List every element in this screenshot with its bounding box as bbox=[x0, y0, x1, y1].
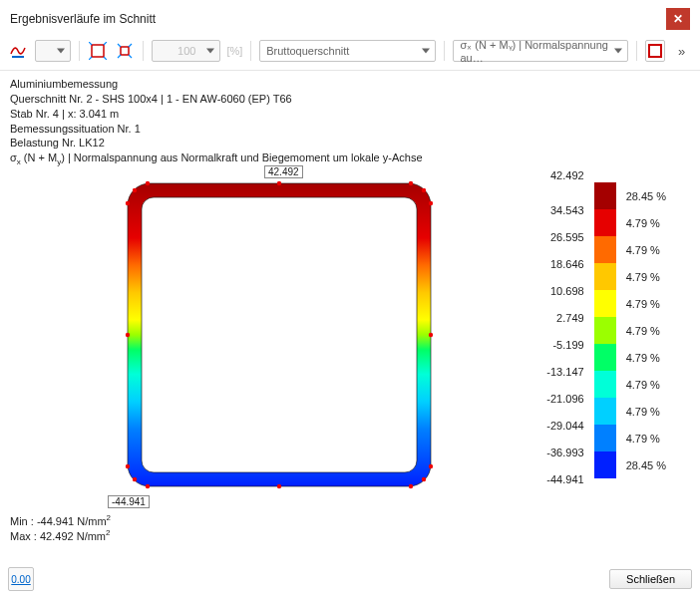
legend-value: -5.199 bbox=[546, 331, 583, 358]
info-line-2: Querschnitt Nr. 2 - SHS 100x4 | 1 - EN A… bbox=[10, 92, 690, 107]
legend-swatch bbox=[594, 290, 616, 317]
svg-point-9 bbox=[133, 188, 137, 192]
legend-percentage: 4.79 % bbox=[626, 317, 666, 344]
legend-percentage: 4.79 % bbox=[626, 236, 666, 263]
view-extents-icon[interactable] bbox=[88, 40, 109, 62]
legend-swatch bbox=[594, 398, 616, 425]
svg-point-10 bbox=[277, 181, 281, 185]
svg-rect-6 bbox=[128, 183, 431, 486]
legend-percentage: 28.45 % bbox=[626, 451, 666, 478]
section-bounds-icon[interactable] bbox=[645, 40, 666, 62]
svg-point-24 bbox=[409, 484, 413, 488]
legend-swatch bbox=[594, 451, 616, 478]
smooth-mode-dropdown[interactable] bbox=[35, 40, 71, 62]
svg-point-12 bbox=[146, 181, 150, 185]
legend-percentage: 4.79 % bbox=[626, 209, 666, 236]
legend-percentage: 4.79 % bbox=[626, 344, 666, 371]
close-icon[interactable]: ✕ bbox=[666, 8, 690, 30]
close-button[interactable]: Schließen bbox=[609, 569, 692, 589]
cross-section-select[interactable]: Bruttoquerschnitt bbox=[259, 40, 436, 62]
info-line-3: Stab Nr. 4 | x: 3.041 m bbox=[10, 107, 690, 122]
svg-point-21 bbox=[277, 484, 281, 488]
info-line-5: Belastung Nr. LK12 bbox=[10, 136, 690, 150]
legend-value: -36.993 bbox=[546, 439, 583, 465]
legend-swatch bbox=[594, 317, 616, 344]
zoom-select[interactable]: 100 bbox=[152, 40, 220, 62]
smooth-results-icon[interactable] bbox=[8, 40, 29, 62]
window-title: Ergebnisverläufe im Schnitt bbox=[10, 12, 666, 26]
svg-point-19 bbox=[429, 464, 433, 468]
info-line-6: σx (N + My) | Normalspannung aus Normalk… bbox=[10, 150, 690, 165]
svg-rect-1 bbox=[92, 45, 104, 57]
legend-value: 26.595 bbox=[546, 223, 583, 250]
legend-swatch bbox=[594, 236, 616, 263]
legend-value: 34.543 bbox=[546, 196, 583, 223]
max-value-label: 42.492 bbox=[264, 165, 303, 178]
stress-type-select[interactable]: σₓ (N + Mᵧ) | Normalspannung au… bbox=[453, 40, 627, 62]
legend-percentage: 4.79 % bbox=[626, 290, 666, 317]
svg-point-22 bbox=[422, 477, 426, 481]
legend-value: 18.646 bbox=[546, 250, 583, 277]
legend-percentage: 4.79 % bbox=[626, 398, 666, 425]
legend-percentage: 4.79 % bbox=[626, 371, 666, 398]
svg-point-14 bbox=[126, 201, 130, 205]
legend-percentage: 4.79 % bbox=[626, 263, 666, 290]
cross-section-value: Bruttoquerschnitt bbox=[266, 45, 349, 57]
legend-value: -44.941 bbox=[546, 465, 583, 492]
legend-value: -21.096 bbox=[546, 385, 583, 412]
cross-section-plot: 42.492 -44.941 bbox=[120, 175, 439, 494]
stress-type-value: σₓ (N + Mᵧ) | Normalspannung au… bbox=[460, 39, 608, 64]
legend-swatch bbox=[594, 209, 616, 236]
svg-rect-2 bbox=[121, 47, 129, 55]
legend-value: -13.147 bbox=[546, 358, 583, 385]
view-zoom-icon[interactable] bbox=[114, 40, 135, 62]
svg-point-15 bbox=[429, 201, 433, 205]
legend-percentage: 4.79 % bbox=[626, 425, 666, 451]
svg-point-20 bbox=[133, 477, 137, 481]
legend-swatch bbox=[594, 182, 616, 209]
legend-swatch bbox=[594, 425, 616, 451]
minmax-block: Min : -44.941 N/mm2 Max : 42.492 N/mm2 bbox=[10, 514, 111, 544]
info-line-1: Aluminiumbemessung bbox=[10, 77, 690, 92]
legend-value: 42.492 bbox=[546, 169, 583, 196]
legend-value: 10.698 bbox=[546, 277, 583, 304]
toolbar: 100 [%] Bruttoquerschnitt σₓ (N + Mᵧ) | … bbox=[0, 36, 700, 71]
zoom-unit-label: [%] bbox=[226, 45, 242, 57]
svg-rect-0 bbox=[12, 56, 24, 58]
min-value-label: -44.941 bbox=[108, 495, 150, 508]
more-tools-icon[interactable]: » bbox=[671, 40, 692, 62]
svg-point-13 bbox=[409, 181, 413, 185]
zoom-value: 100 bbox=[177, 45, 195, 57]
legend-swatch bbox=[594, 344, 616, 371]
legend-value: -29.044 bbox=[546, 412, 583, 439]
svg-rect-3 bbox=[649, 45, 661, 57]
legend-swatch bbox=[594, 371, 616, 398]
decimal-places-button[interactable]: 0.00 bbox=[8, 567, 34, 591]
color-legend: 42.49234.54326.59518.64610.6982.749-5.19… bbox=[546, 169, 666, 492]
svg-point-18 bbox=[126, 464, 130, 468]
svg-point-16 bbox=[126, 333, 130, 337]
svg-point-11 bbox=[422, 188, 426, 192]
svg-point-17 bbox=[429, 333, 433, 337]
legend-value: 2.749 bbox=[546, 304, 583, 331]
svg-point-23 bbox=[146, 484, 150, 488]
legend-swatch bbox=[594, 263, 616, 290]
info-block: Aluminiumbemessung Querschnitt Nr. 2 - S… bbox=[0, 71, 700, 167]
canvas-area: 42.492 -44.941 42.49234.54326.59518.6461… bbox=[0, 169, 700, 528]
info-line-4: Bemessungssituation Nr. 1 bbox=[10, 122, 690, 137]
legend-percentage: 28.45 % bbox=[626, 182, 666, 209]
